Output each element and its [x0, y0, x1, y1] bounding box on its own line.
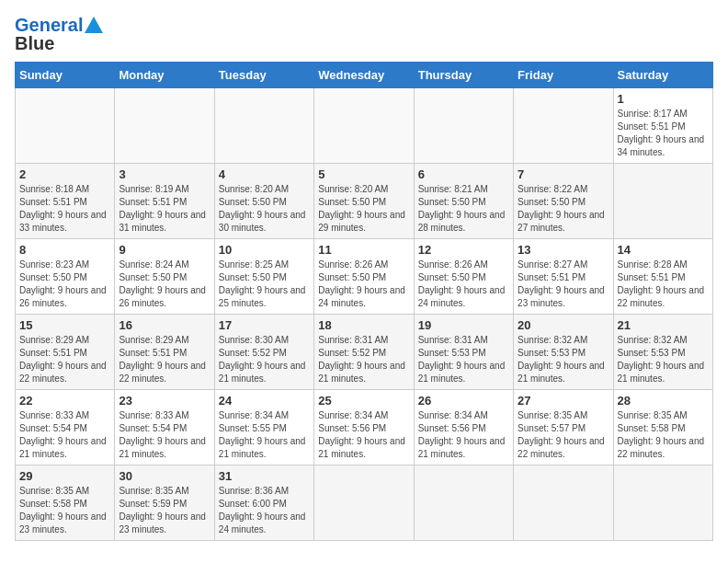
- logo-icon: [85, 17, 103, 33]
- day-info: Sunrise: 8:35 AMSunset: 5:58 PMDaylight:…: [19, 485, 110, 536]
- day-info: Sunrise: 8:22 AMSunset: 5:50 PMDaylight:…: [518, 183, 609, 235]
- calendar-cell: [115, 88, 214, 164]
- day-number: 22: [19, 394, 110, 408]
- calendar-cell: 3 Sunrise: 8:19 AMSunset: 5:51 PMDayligh…: [115, 164, 214, 239]
- day-number: 8: [19, 243, 110, 257]
- day-info: Sunrise: 8:31 AMSunset: 5:52 PMDaylight:…: [318, 334, 409, 385]
- day-info: Sunrise: 8:23 AMSunset: 5:50 PMDaylight:…: [19, 259, 110, 310]
- day-number: 2: [19, 167, 110, 181]
- day-number: 15: [19, 318, 110, 332]
- calendar-week-5: 22 Sunrise: 8:33 AMSunset: 5:54 PMDaylig…: [16, 390, 713, 465]
- calendar-cell: [414, 88, 513, 164]
- calendar-week-4: 15 Sunrise: 8:29 AMSunset: 5:51 PMDaylig…: [16, 315, 713, 390]
- day-info: Sunrise: 8:18 AMSunset: 5:51 PMDaylight:…: [19, 183, 110, 235]
- page-header: General Blue: [15, 15, 713, 54]
- calendar-cell: 9 Sunrise: 8:24 AMSunset: 5:50 PMDayligh…: [115, 239, 214, 315]
- day-number: 10: [219, 243, 310, 257]
- col-header-saturday: Saturday: [613, 63, 712, 88]
- day-number: 29: [19, 469, 110, 483]
- day-number: 12: [418, 243, 509, 257]
- logo: General Blue: [15, 15, 103, 54]
- logo-blue-text: Blue: [15, 33, 54, 54]
- day-number: 30: [119, 469, 210, 483]
- day-info: Sunrise: 8:35 AMSunset: 5:59 PMDaylight:…: [119, 485, 210, 536]
- day-number: 18: [318, 318, 409, 332]
- calendar-cell: 6 Sunrise: 8:21 AMSunset: 5:50 PMDayligh…: [414, 164, 513, 239]
- day-number: 28: [618, 394, 709, 408]
- col-header-tuesday: Tuesday: [214, 63, 313, 88]
- logo-text: General: [15, 15, 83, 35]
- day-number: 27: [518, 394, 609, 408]
- calendar-cell: 28 Sunrise: 8:35 AMSunset: 5:58 PMDaylig…: [613, 390, 712, 465]
- calendar-cell: 14 Sunrise: 8:28 AMSunset: 5:51 PMDaylig…: [613, 239, 712, 315]
- day-number: 21: [618, 318, 709, 332]
- day-number: 25: [318, 394, 409, 408]
- day-number: 3: [119, 167, 210, 181]
- day-info: Sunrise: 8:33 AMSunset: 5:54 PMDaylight:…: [19, 409, 110, 461]
- day-info: Sunrise: 8:34 AMSunset: 5:56 PMDaylight:…: [418, 409, 509, 461]
- day-info: Sunrise: 8:21 AMSunset: 5:50 PMDaylight:…: [418, 183, 509, 235]
- calendar-cell: [214, 88, 313, 164]
- calendar-cell: [613, 465, 712, 541]
- day-number: 9: [119, 243, 210, 257]
- day-number: 24: [219, 394, 310, 408]
- day-number: 14: [618, 243, 709, 257]
- calendar-week-1: 1 Sunrise: 8:17 AMSunset: 5:51 PMDayligh…: [16, 88, 713, 164]
- svg-marker-0: [85, 17, 103, 33]
- calendar-cell: 30 Sunrise: 8:35 AMSunset: 5:59 PMDaylig…: [115, 465, 214, 541]
- col-header-sunday: Sunday: [16, 63, 115, 88]
- day-number: 1: [618, 92, 709, 106]
- calendar-cell: [314, 465, 414, 541]
- calendar-cell: [16, 88, 115, 164]
- calendar-cell: 19 Sunrise: 8:31 AMSunset: 5:53 PMDaylig…: [414, 315, 513, 390]
- calendar-cell: 7 Sunrise: 8:22 AMSunset: 5:50 PMDayligh…: [514, 164, 613, 239]
- calendar-cell: 4 Sunrise: 8:20 AMSunset: 5:50 PMDayligh…: [214, 164, 313, 239]
- day-number: 17: [219, 318, 310, 332]
- calendar-cell: 12 Sunrise: 8:26 AMSunset: 5:50 PMDaylig…: [414, 239, 513, 315]
- day-number: 4: [219, 167, 310, 181]
- calendar-cell: 2 Sunrise: 8:18 AMSunset: 5:51 PMDayligh…: [16, 164, 115, 239]
- day-info: Sunrise: 8:29 AMSunset: 5:51 PMDaylight:…: [19, 334, 110, 385]
- calendar-cell: 1 Sunrise: 8:17 AMSunset: 5:51 PMDayligh…: [613, 88, 712, 164]
- day-number: 23: [119, 394, 210, 408]
- calendar-cell: 31 Sunrise: 8:36 AMSunset: 6:00 PMDaylig…: [214, 465, 313, 541]
- calendar-cell: 27 Sunrise: 8:35 AMSunset: 5:57 PMDaylig…: [514, 390, 613, 465]
- day-info: Sunrise: 8:30 AMSunset: 5:52 PMDaylight:…: [219, 334, 310, 385]
- day-number: 20: [518, 318, 609, 332]
- day-info: Sunrise: 8:20 AMSunset: 5:50 PMDaylight:…: [219, 183, 310, 235]
- calendar-cell: 24 Sunrise: 8:34 AMSunset: 5:55 PMDaylig…: [214, 390, 313, 465]
- day-info: Sunrise: 8:31 AMSunset: 5:53 PMDaylight:…: [418, 334, 509, 385]
- day-info: Sunrise: 8:32 AMSunset: 5:53 PMDaylight:…: [518, 334, 609, 385]
- calendar-cell: 22 Sunrise: 8:33 AMSunset: 5:54 PMDaylig…: [16, 390, 115, 465]
- day-info: Sunrise: 8:27 AMSunset: 5:51 PMDaylight:…: [518, 259, 609, 310]
- calendar-cell: [514, 465, 613, 541]
- calendar-week-6: 29 Sunrise: 8:35 AMSunset: 5:58 PMDaylig…: [16, 465, 713, 541]
- day-number: 26: [418, 394, 509, 408]
- calendar-week-2: 2 Sunrise: 8:18 AMSunset: 5:51 PMDayligh…: [16, 164, 713, 239]
- calendar-cell: 13 Sunrise: 8:27 AMSunset: 5:51 PMDaylig…: [514, 239, 613, 315]
- calendar-header-row: SundayMondayTuesdayWednesdayThursdayFrid…: [16, 63, 713, 88]
- calendar-cell: 5 Sunrise: 8:20 AMSunset: 5:50 PMDayligh…: [314, 164, 414, 239]
- day-number: 13: [518, 243, 609, 257]
- day-info: Sunrise: 8:35 AMSunset: 5:58 PMDaylight:…: [618, 409, 709, 461]
- calendar-cell: [613, 164, 712, 239]
- day-info: Sunrise: 8:33 AMSunset: 5:54 PMDaylight:…: [119, 409, 210, 461]
- day-info: Sunrise: 8:34 AMSunset: 5:56 PMDaylight:…: [318, 409, 409, 461]
- day-info: Sunrise: 8:32 AMSunset: 5:53 PMDaylight:…: [618, 334, 709, 385]
- day-info: Sunrise: 8:35 AMSunset: 5:57 PMDaylight:…: [518, 409, 609, 461]
- calendar-week-3: 8 Sunrise: 8:23 AMSunset: 5:50 PMDayligh…: [16, 239, 713, 315]
- calendar-body: 1 Sunrise: 8:17 AMSunset: 5:51 PMDayligh…: [16, 88, 713, 541]
- day-number: 16: [119, 318, 210, 332]
- day-info: Sunrise: 8:25 AMSunset: 5:50 PMDaylight:…: [219, 259, 310, 310]
- day-info: Sunrise: 8:28 AMSunset: 5:51 PMDaylight:…: [618, 259, 709, 310]
- col-header-thursday: Thursday: [414, 63, 513, 88]
- day-number: 7: [518, 167, 609, 181]
- calendar-cell: 18 Sunrise: 8:31 AMSunset: 5:52 PMDaylig…: [314, 315, 414, 390]
- day-info: Sunrise: 8:24 AMSunset: 5:50 PMDaylight:…: [119, 259, 210, 310]
- day-info: Sunrise: 8:26 AMSunset: 5:50 PMDaylight:…: [418, 259, 509, 310]
- day-info: Sunrise: 8:36 AMSunset: 6:00 PMDaylight:…: [219, 485, 310, 536]
- day-number: 31: [219, 469, 310, 483]
- day-info: Sunrise: 8:19 AMSunset: 5:51 PMDaylight:…: [119, 183, 210, 235]
- calendar-cell: 8 Sunrise: 8:23 AMSunset: 5:50 PMDayligh…: [16, 239, 115, 315]
- calendar-table: SundayMondayTuesdayWednesdayThursdayFrid…: [15, 62, 713, 541]
